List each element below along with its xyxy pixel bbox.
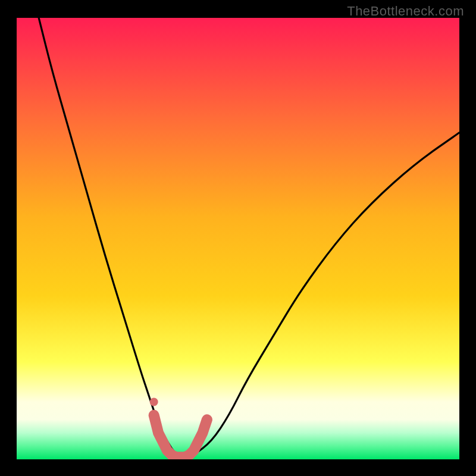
watermark-text: TheBottleneck.com — [347, 4, 464, 19]
chart-svg — [17, 18, 459, 459]
plot-area — [17, 18, 459, 459]
chart-frame: TheBottleneck.com — [0, 0, 476, 476]
gradient-background — [17, 18, 459, 459]
marker-dot — [150, 398, 158, 406]
